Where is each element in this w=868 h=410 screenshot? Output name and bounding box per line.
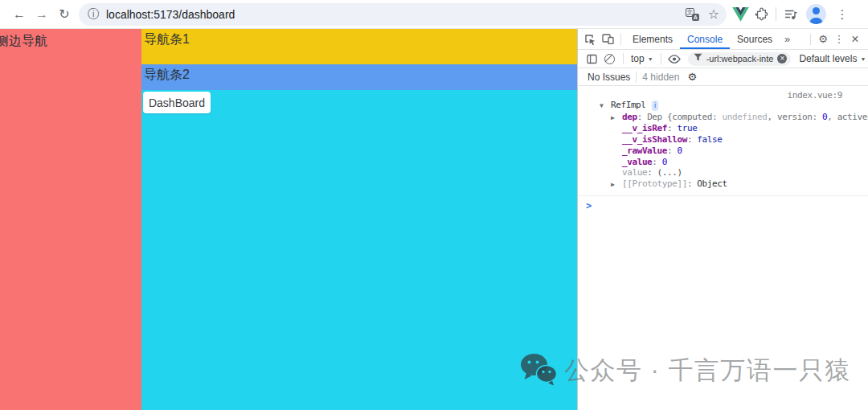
console-message: index.vue:9 ▼RefImpli▶dep: Dep {computed… <box>578 86 868 196</box>
tab-bar-divider-right <box>810 34 811 45</box>
console-toolbar-divider-1 <box>623 53 624 64</box>
console-segment: activeLink: <box>837 112 868 122</box>
console-segment: [[Prototype]] <box>622 178 687 189</box>
console-segment: 0 <box>662 157 667 167</box>
console-segment: : <box>667 146 677 156</box>
forward-button[interactable]: → <box>31 7 53 22</box>
vue-devtools-icon[interactable] <box>730 7 751 22</box>
site-info-icon[interactable]: ⓘ <box>88 7 99 22</box>
tab-console[interactable]: Console <box>680 29 730 49</box>
clear-filter-icon[interactable]: × <box>777 54 787 64</box>
bookmark-star-icon[interactable]: ☆ <box>708 6 719 22</box>
console-segment: __v_isShallow <box>622 134 687 145</box>
console-line: __v_isShallow: false <box>578 134 868 146</box>
console-segment: 0 <box>677 146 682 156</box>
console-segment: : <box>687 134 697 145</box>
browser-menu-icon[interactable]: ⋮ <box>831 7 854 22</box>
expand-arrow-icon[interactable]: ▼ <box>600 100 611 112</box>
no-issues-label[interactable]: No Issues <box>588 72 630 83</box>
console-segment: : <box>637 112 647 122</box>
navbar-1: 导航条1 <box>141 29 577 64</box>
devtools-menu-icon[interactable]: ⋮ <box>831 33 847 45</box>
chevron-down-icon: ▼ <box>860 56 866 62</box>
app-content: 导航条1 导航条2 DashBoard <box>141 29 577 410</box>
log-levels-selector[interactable]: Default levels ▼ <box>796 53 868 64</box>
console-segment: undefined <box>722 112 767 122</box>
console-sidebar-icon[interactable] <box>583 54 600 64</box>
console-log-area: index.vue:9 ▼RefImpli▶dep: Dep {computed… <box>578 86 868 211</box>
console-toolbar-divider-2 <box>661 53 661 64</box>
issues-bar-divider <box>636 72 637 83</box>
url-text: localhost:5173/dashboard <box>106 8 235 21</box>
console-segment: : <box>652 157 661 167</box>
console-segment: : <box>647 167 657 178</box>
context-selector[interactable]: top ▼ <box>628 53 657 64</box>
app-page: 侧边导航 导航条1 导航条2 DashBoard <box>0 29 577 410</box>
tab-sources[interactable]: Sources <box>730 29 780 49</box>
console-source-link[interactable]: index.vue:9 <box>788 90 842 100</box>
console-segment: Dep <box>647 112 667 122</box>
issues-bar: No Issues 4 hidden ⚙ <box>578 68 868 86</box>
dashboard-button[interactable]: DashBoard <box>143 92 211 113</box>
console-segment: Object <box>697 178 727 189</box>
log-levels-label: Default levels <box>799 53 857 64</box>
profile-avatar[interactable] <box>806 4 826 24</box>
toolbar-divider <box>776 7 776 21</box>
context-selector-label: top <box>631 53 645 64</box>
console-line[interactable]: ▶[[Prototype]]: Object <box>578 178 868 191</box>
navbar-2: 导航条2 <box>141 64 577 90</box>
console-segment: __v_isRef <box>622 123 667 133</box>
console-line[interactable]: ▼RefImpli <box>578 100 868 112</box>
filter-funnel-icon <box>694 53 702 64</box>
console-segment: true <box>677 123 697 133</box>
extensions-puzzle-icon[interactable] <box>751 7 772 21</box>
filter-pill[interactable]: -url:webpack-inte × <box>688 52 792 66</box>
translate-icon[interactable]: 文A <box>686 8 699 21</box>
hidden-settings-gear-icon[interactable]: ⚙ <box>684 71 700 83</box>
expand-arrow-icon[interactable]: ▶ <box>611 179 622 191</box>
console-segment: : <box>687 178 697 189</box>
console-toolbar: top ▼ -url:webpack-inte × Default levels… <box>578 50 868 68</box>
device-toolbar-icon[interactable] <box>599 34 616 44</box>
more-tabs-icon[interactable]: » <box>780 33 795 45</box>
expand-arrow-icon[interactable]: ▶ <box>611 113 622 124</box>
live-expression-eye-icon[interactable] <box>665 55 683 64</box>
clear-console-icon[interactable] <box>604 54 615 64</box>
main-area: DashBoard <box>141 90 577 410</box>
console-segment: value <box>622 167 647 178</box>
console-line[interactable]: ▶dep: Dep {computed: undefined, version:… <box>578 112 868 124</box>
console-segment: _rawValue <box>622 146 667 156</box>
back-button[interactable]: ← <box>8 7 31 22</box>
reload-button[interactable]: ↻ <box>53 6 76 22</box>
console-segment: dep <box>622 112 637 122</box>
console-line: __v_isRef: true <box>578 123 868 134</box>
devtools-close-icon[interactable]: × <box>847 32 863 47</box>
devtools-settings-icon[interactable]: ⚙ <box>815 33 831 45</box>
devtools-panel: Elements Console Sources » ⚙ ⋮ × top ▼ <box>577 29 868 410</box>
tab-bar-divider <box>620 34 621 45</box>
console-prompt-row[interactable]: > <box>578 196 868 211</box>
filter-text: -url:webpack-inte <box>706 54 774 64</box>
console-segment: : <box>667 123 677 133</box>
navbar2-label: 导航条2 <box>141 64 190 84</box>
inspect-element-icon[interactable] <box>581 34 599 45</box>
media-list-icon[interactable] <box>780 9 801 20</box>
console-segment: , <box>827 112 837 122</box>
console-segment: version: <box>777 112 822 122</box>
console-segment: {computed: <box>667 112 722 122</box>
browser-toolbar: ← → ↻ ⓘ localhost:5173/dashboard 文A ☆ ⋮ <box>0 0 868 29</box>
info-badge-icon[interactable]: i <box>652 100 659 111</box>
console-segment: _value <box>622 157 652 167</box>
hidden-messages-label[interactable]: 4 hidden <box>642 72 679 83</box>
devtools-tab-bar: Elements Console Sources » ⚙ ⋮ × <box>578 29 868 50</box>
app-sidebar: 侧边导航 <box>0 29 141 410</box>
console-segment: RefImpl <box>611 100 646 110</box>
navbar1-label: 导航条1 <box>141 29 190 48</box>
console-segment: (...) <box>657 167 682 178</box>
console-message-lines: ▼RefImpli▶dep: Dep {computed: undefined,… <box>578 100 868 191</box>
console-line: _value: 0 <box>578 157 868 168</box>
tab-elements[interactable]: Elements <box>625 29 680 49</box>
url-bar[interactable]: ⓘ localhost:5173/dashboard 文A ☆ <box>79 3 727 26</box>
console-prompt[interactable]: > <box>586 200 592 211</box>
console-segment: false <box>697 134 722 145</box>
